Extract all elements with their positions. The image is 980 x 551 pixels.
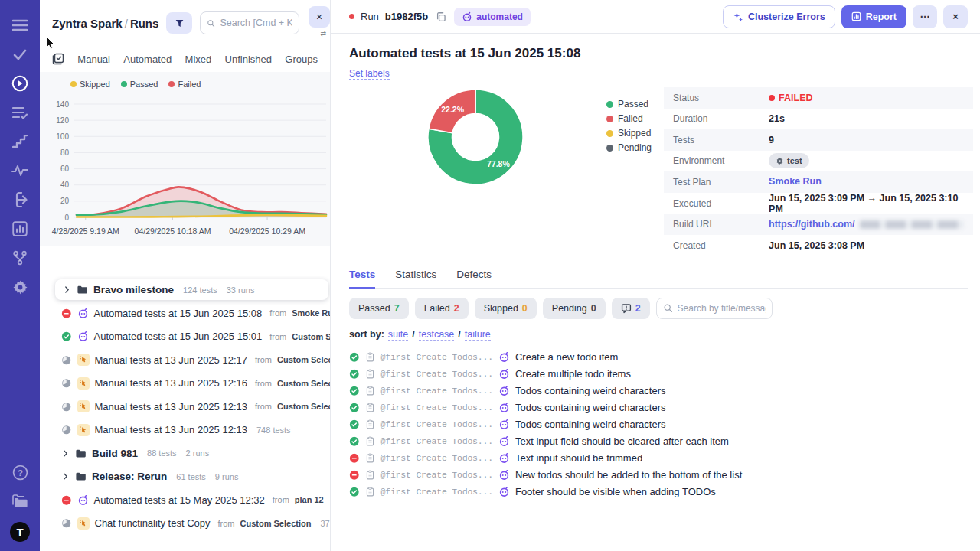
filter-chip-comments[interactable]: 2 (612, 298, 650, 319)
from-label: from (255, 402, 272, 411)
failed-icon (349, 453, 360, 464)
run-summary: 77.8%22.2% PassedFailedSkippedPending St… (349, 87, 968, 256)
filter-chip-pending[interactable]: Pending0 (543, 298, 606, 319)
report-button[interactable]: Report (841, 5, 906, 28)
filter-chip-failed[interactable]: Failed2 (415, 298, 469, 319)
test-row[interactable]: @first Create Todos...Todos containing w… (349, 383, 968, 399)
donut-slice-label: 22.2% (441, 105, 464, 114)
donut-legend-passed[interactable]: Passed (606, 98, 652, 110)
legend-dot (168, 81, 175, 87)
runs-tab-automated[interactable]: Automated (123, 54, 172, 65)
clipboard-icon (365, 403, 375, 412)
branch-icon[interactable] (11, 249, 29, 267)
test-row[interactable]: @first Create Todos...Create a new todo … (349, 349, 968, 366)
sort-by-suite[interactable]: suite (388, 329, 408, 341)
run-group-row[interactable]: Build 98188 tests2 runs (40, 442, 330, 465)
run-row[interactable]: Automated tests at 15 Jun 2025 15:08from… (40, 302, 330, 325)
logo-t[interactable]: T (10, 522, 30, 542)
bar-chart-icon[interactable] (11, 220, 29, 238)
steps-icon[interactable] (11, 132, 29, 151)
app: ? T Zyntra Spark/Runs × ⇄ ManualAutomate… (0, 0, 980, 551)
pulse-icon[interactable] (11, 161, 29, 180)
donut-legend-skipped[interactable]: Skipped (606, 127, 652, 139)
list-check-icon[interactable] (11, 103, 29, 122)
from-label: from (273, 495, 289, 504)
robot-icon (498, 452, 510, 464)
group-runs-count: 33 runs (227, 285, 255, 295)
build-url-link[interactable]: https://github.com/ (769, 219, 854, 230)
gear-icon[interactable] (11, 278, 29, 296)
test-row[interactable]: @first Create Todos...Text input should … (349, 450, 968, 467)
sparkles-icon (733, 11, 743, 22)
test-title: Create a new todo item (515, 351, 618, 363)
test-plan-link[interactable]: Smoke Run (769, 176, 822, 187)
play-circle-icon[interactable] (11, 74, 29, 93)
runs-search (200, 11, 299, 34)
legend-item-skipped[interactable]: Skipped (70, 80, 110, 89)
run-row[interactable]: Manual tests at 13 Jun 2025 12:16fromCus… (40, 372, 330, 396)
run-row[interactable]: Manual tests at 13 Jun 2025 12:13fromCus… (40, 395, 330, 419)
from-source: Custom Selection (240, 519, 312, 528)
test-row[interactable]: @first Create Todos...Todos containing w… (349, 416, 968, 433)
select-all-icon[interactable] (52, 53, 64, 65)
runs-tab-groups[interactable]: Groups (285, 54, 318, 65)
more-button[interactable]: ⋯ (913, 5, 937, 28)
chevron-right-icon[interactable] (61, 449, 70, 458)
sort-by-failure[interactable]: failure (465, 329, 491, 341)
detail-label: Executed (673, 198, 769, 209)
filter-chip-passed[interactable]: Passed7 (349, 298, 409, 319)
sort-by-testcase[interactable]: testcase (419, 329, 455, 341)
set-labels-link[interactable]: Set labels (349, 68, 390, 80)
test-row[interactable]: @first Create Todos...Todos containing w… (349, 399, 968, 416)
filter-chip-skipped[interactable]: Skipped0 (475, 298, 537, 319)
project-name[interactable]: Zyntra Spark (52, 17, 122, 30)
folders-icon[interactable] (11, 492, 29, 510)
filter-button[interactable] (166, 12, 192, 34)
clusterize-errors-button[interactable]: Clusterize Errors (723, 5, 835, 28)
manual-status-icon (61, 378, 72, 389)
svg-text:4/28/2025 9:19 AM: 4/28/2025 9:19 AM (52, 227, 119, 236)
legend-item-passed[interactable]: Passed (121, 80, 158, 89)
legend-label: Failed (618, 113, 643, 124)
donut-legend-pending[interactable]: Pending (606, 142, 652, 154)
run-group-row[interactable]: Bravo milestone124 tests33 runs (55, 279, 328, 300)
test-suite: @first Create Todos... (381, 436, 493, 446)
help-icon[interactable]: ? (11, 463, 29, 481)
panel-close-button[interactable]: × (309, 6, 330, 28)
chevron-right-icon[interactable] (61, 472, 70, 481)
tab-defects[interactable]: Defects (456, 269, 492, 288)
donut-legend-failed[interactable]: Failed (606, 112, 652, 125)
import-icon[interactable] (11, 191, 29, 209)
run-row[interactable]: Manual tests at 13 Jun 2025 12:17fromCus… (40, 348, 330, 372)
menu-icon[interactable] (11, 16, 29, 34)
runs-tab-mixed[interactable]: Mixed (185, 54, 212, 65)
copy-run-id-button[interactable] (434, 10, 448, 24)
test-row[interactable]: @first Create Todos...Footer should be v… (349, 484, 968, 500)
run-row[interactable]: Automated tests at 15 Jun 2025 15:01from… (40, 325, 330, 349)
legend-item-failed[interactable]: Failed (168, 80, 201, 89)
run-row[interactable]: Manual tests at 13 Jun 2025 12:13748 tes… (40, 419, 330, 442)
run-group-row[interactable]: Release: Rerun61 tests9 runs (40, 465, 330, 489)
run-row[interactable]: Automated tests at 15 May 2025 12:32from… (40, 488, 330, 512)
check-icon[interactable] (11, 45, 29, 64)
passed-icon (349, 386, 360, 396)
runs-tab-manual[interactable]: Manual (77, 54, 110, 65)
svg-text:80: 80 (60, 148, 70, 157)
test-row[interactable]: @first Create Todos...New todos should b… (349, 467, 968, 484)
run-row[interactable]: Chat functinality test CopyfromCustom Se… (40, 512, 330, 536)
donut-legend: PassedFailedSkippedPending (606, 87, 652, 154)
group-runs-count: 9 runs (215, 472, 239, 481)
tab-tests[interactable]: Tests (349, 269, 375, 289)
runs-search-input[interactable] (220, 18, 292, 28)
chevron-right-icon[interactable] (63, 285, 71, 294)
panel-resize-handle[interactable]: ⇄ (320, 30, 326, 37)
from-label: from (270, 332, 286, 341)
legend-label: Skipped (618, 128, 651, 139)
test-row[interactable]: @first Create Todos...Create multiple to… (349, 366, 968, 383)
manual-status-icon (61, 355, 72, 366)
close-run-button[interactable]: × (943, 5, 968, 28)
tests-search-input[interactable] (678, 303, 766, 314)
tab-statistics[interactable]: Statistics (395, 269, 436, 288)
test-row[interactable]: @first Create Todos...Text input field s… (349, 433, 968, 450)
runs-tab-unfinished[interactable]: Unfinished (225, 54, 272, 65)
